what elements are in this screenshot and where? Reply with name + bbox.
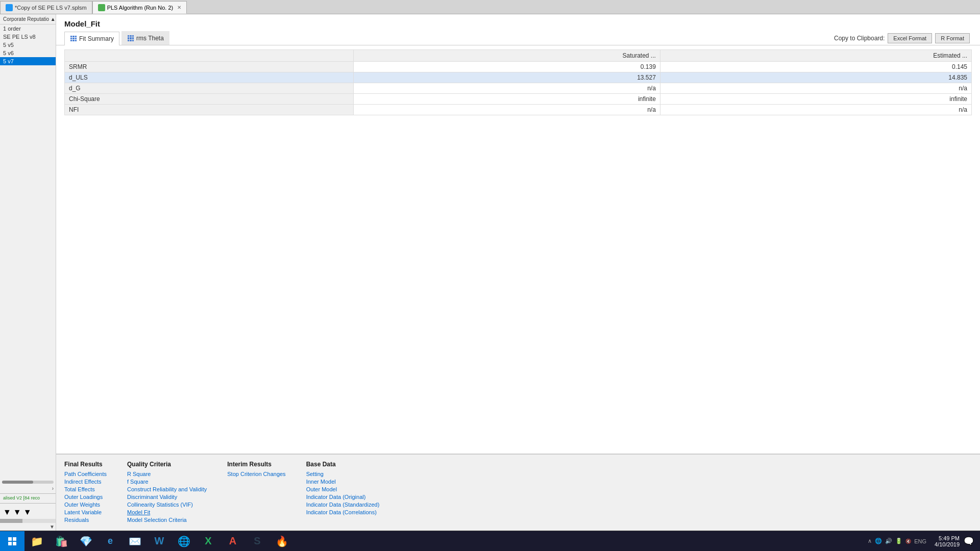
col-header-name [65, 50, 354, 62]
nav-link-inner-model[interactable]: Inner Model [306, 479, 380, 485]
row-estimated-dg: n/a [660, 83, 971, 94]
sidebar-items: 1 order SE PE LS v8 5 v5 5 v6 5 v7 [0, 24, 56, 480]
taskbar-tray: ∧ 🌐 🔊 🔋 🔇 ENG [864, 538, 930, 544]
panel-tabs: Fit Summary rms Theta Cop [56, 31, 980, 45]
row-estimated-srmr: 0.145 [660, 62, 971, 72]
model-fit-title: Model_Fit [56, 14, 980, 31]
nav-link-construct-reliability[interactable]: Construct Reliability and Validity [127, 486, 207, 492]
table-row: Chi-Square infinite infinite [65, 94, 972, 105]
nav-link-collinearity-statistics[interactable]: Collinearity Statistics (VIF) [127, 502, 207, 508]
taskbar-icon-mail[interactable]: ✉️ [122, 531, 147, 552]
col-header-estimated: Estimated ... [660, 50, 971, 62]
tab-label-pls: PLS Algorithm (Run No. 2) [107, 5, 174, 11]
nav-link-indirect-effects[interactable]: Indirect Effects [64, 479, 107, 485]
taskbar-icon-excel[interactable]: X [196, 531, 220, 552]
col-header-saturated: Saturated ... [354, 50, 660, 62]
nav-link-r-square[interactable]: R Square [127, 471, 207, 477]
rms-theta-label: rms Theta [136, 35, 164, 42]
filter-icon-2[interactable]: ▼ [13, 508, 21, 517]
taskbar-icon-word[interactable]: W [147, 531, 172, 552]
table-row: SRMR 0.139 0.145 [65, 62, 972, 72]
nav-link-total-effects[interactable]: Total Effects [64, 486, 107, 492]
taskbar: 📁 🛍️ 💎 e ✉️ W 🌐 X A S 🔥 ∧ 🌐 🔊 🔋 🔇 ENG 5:… [0, 531, 980, 551]
tab-rms-theta[interactable]: rms Theta [121, 31, 169, 45]
svg-rect-2 [8, 542, 12, 545]
taskbar-icon-edge[interactable]: e [98, 531, 122, 552]
svg-rect-3 [13, 542, 16, 545]
clipboard-area: Copy to Clipboard: Excel Format R Format [834, 33, 972, 43]
nav-link-stop-criterion[interactable]: Stop Criterion Changes [227, 471, 285, 477]
svg-rect-1 [13, 537, 16, 541]
sidebar-item-v6[interactable]: 5 v6 [0, 49, 56, 57]
nav-link-indicator-standardized[interactable]: Indicator Data (Standardized) [306, 502, 380, 508]
nav-link-model-fit[interactable]: Model Fit [127, 509, 207, 515]
nav-link-indicator-original[interactable]: Indicator Data (Original) [306, 494, 380, 500]
table-row: d_ULS 13.527 14.835 [65, 72, 972, 83]
row-saturated-duls: 13.527 [354, 72, 660, 83]
battery-icon: 🔋 [895, 538, 902, 544]
row-estimated-chisquare: infinite [660, 94, 971, 105]
nav-section-final-results: Final Results Path Coefficients Indirect… [64, 461, 107, 524]
taskbar-icon-diamond[interactable]: 💎 [74, 531, 98, 552]
sidebar-item-seplsv8[interactable]: SE PE LS v8 [0, 33, 56, 41]
nav-section-title-base: Base Data [306, 461, 380, 468]
nav-link-outer-loadings[interactable]: Outer Loadings [64, 494, 107, 500]
taskbar-date: 4/10/2019 [935, 541, 960, 547]
volume-icon: 🔊 [885, 538, 892, 544]
taskbar-icon-globe[interactable]: 🌐 [172, 531, 196, 552]
nav-link-outer-weights[interactable]: Outer Weights [64, 502, 107, 508]
nav-section-title-final: Final Results [64, 461, 107, 468]
taskbar-icon-app[interactable]: 🔥 [270, 531, 294, 552]
sidebar: Corporate Reputatio ▲ 1 order SE PE LS v… [0, 14, 56, 531]
nav-link-model-selection[interactable]: Model Selection Criteria [127, 517, 207, 523]
sidebar-item-v7[interactable]: 5 v7 [0, 57, 56, 65]
model-panel: Model_Fit Fit Summary [56, 14, 980, 454]
tray-arrow[interactable]: ∧ [868, 538, 872, 544]
start-button[interactable] [0, 531, 24, 552]
data-table-container: Saturated ... Estimated ... SRMR 0.139 0… [56, 45, 980, 454]
nav-section-title-quality: Quality Criteria [127, 461, 207, 468]
row-name-chisquare: Chi-Square [65, 94, 354, 105]
taskbar-icon-store[interactable]: 🛍️ [49, 531, 74, 552]
r-format-button[interactable]: R Format [935, 33, 970, 43]
tab-pls[interactable]: PLS Algorithm (Run No. 2) ✕ [92, 1, 187, 14]
tab-fit-summary[interactable]: Fit Summary [64, 32, 119, 45]
table-row: NFI n/a n/a [65, 105, 972, 115]
taskbar-icons: 📁 🛍️ 💎 e ✉️ W 🌐 X A S 🔥 [24, 531, 294, 551]
row-estimated-nfi: n/a [660, 105, 971, 115]
taskbar-time-area: 5:49 PM 4/10/2019 [935, 535, 960, 547]
nav-section-title-interim: Interim Results [227, 461, 285, 468]
nav-link-residuals[interactable]: Residuals [64, 517, 107, 523]
nav-link-outer-model[interactable]: Outer Model [306, 486, 380, 492]
model-fit-table: Saturated ... Estimated ... SRMR 0.139 0… [64, 49, 972, 115]
filter-icon-1[interactable]: ▼ [3, 508, 11, 517]
nav-link-discriminant-validity[interactable]: Discriminant Validity [127, 494, 207, 500]
taskbar-icon-smart[interactable]: S [245, 531, 270, 552]
nav-link-f-square[interactable]: f Square [127, 479, 207, 485]
tab-icon-splsm [6, 4, 13, 11]
tab-close-pls[interactable]: ✕ [177, 5, 181, 10]
network-icon: 🌐 [875, 538, 882, 544]
tab-bar: *Copy of SE PE LS v7.splsm PLS Algorithm… [0, 0, 980, 14]
taskbar-icon-files[interactable]: 📁 [24, 531, 49, 552]
nav-link-setting[interactable]: Setting [306, 471, 380, 477]
row-name-dg: d_G [65, 83, 354, 94]
nav-link-latent-variable[interactable]: Latent Variable [64, 509, 107, 515]
sidebar-item-v5[interactable]: 5 v5 [0, 41, 56, 49]
row-saturated-chisquare: infinite [354, 94, 660, 105]
table-row: d_G n/a n/a [65, 83, 972, 94]
bottom-nav-panel: Final Results Path Coefficients Indirect… [56, 454, 980, 531]
sidebar-item-1order[interactable]: 1 order [0, 24, 56, 33]
nav-section-interim-results: Interim Results Stop Criterion Changes [227, 461, 285, 524]
nav-link-indicator-correlations[interactable]: Indicator Data (Correlations) [306, 509, 380, 515]
tab-splsm[interactable]: *Copy of SE PE LS v7.splsm [0, 1, 92, 14]
fit-summary-icon [70, 36, 77, 41]
nav-link-path-coefficients[interactable]: Path Coefficients [64, 471, 107, 477]
taskbar-icon-pdf[interactable]: A [220, 531, 245, 552]
taskbar-time: 5:49 PM [939, 535, 960, 541]
sidebar-header: Corporate Reputatio ▲ [0, 14, 56, 24]
excel-format-button[interactable]: Excel Format [888, 33, 932, 43]
sidebar-bottom-label: alised V2 [84 reco [0, 495, 56, 501]
notification-icon[interactable]: 🗨️ [964, 536, 974, 546]
filter-icon-3[interactable]: ▼ [23, 508, 32, 517]
